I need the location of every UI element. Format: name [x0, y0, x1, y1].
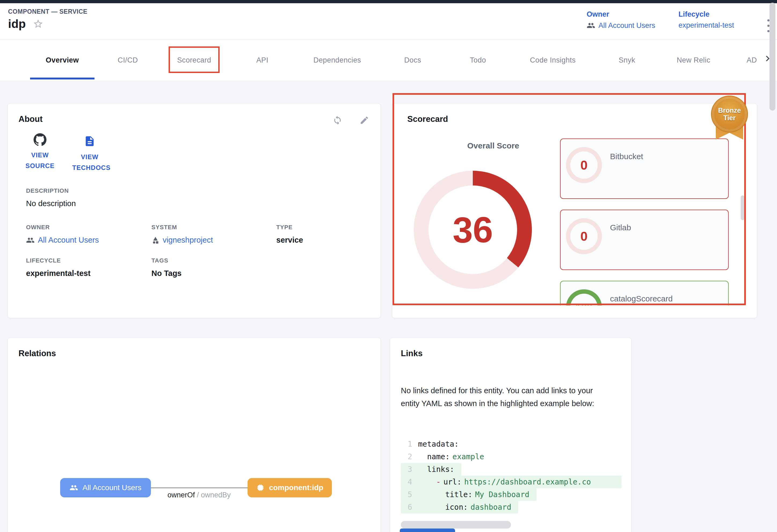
- code-line-6-highlighted: 6 icon:dashboard: [401, 501, 518, 514]
- code-line-4-highlighted: 4 -url:https://dashboard.example.co: [401, 476, 622, 488]
- overall-score-label: Overall Score: [434, 141, 552, 150]
- overall-score-donut: 36: [414, 171, 532, 289]
- relation-edge: [150, 488, 248, 488]
- links-card: Links No links defined for this entity. …: [390, 338, 632, 532]
- scorecard-list-scrollbar[interactable]: [741, 195, 745, 220]
- yaml-code-block: 1 metadata: 2 name:example 3 links: 4 -u…: [401, 438, 622, 514]
- about-title: About: [18, 114, 43, 124]
- type-label: TYPE: [276, 224, 303, 231]
- page-scrollbar[interactable]: [770, 3, 775, 111]
- scorecard-item-name: catalogScorecard: [610, 294, 673, 303]
- code-line-3-highlighted: 3 links:: [401, 463, 461, 476]
- entity-tab-bar: Overview CI/CD Scorecard API Dependencie…: [0, 39, 777, 81]
- score-ring: 0: [566, 147, 602, 183]
- score-ring: 100: [566, 289, 602, 305]
- code-horizontal-scrollbar[interactable]: [401, 521, 511, 529]
- code-line-2: 2 name:example: [401, 450, 622, 463]
- lifecycle-label: Lifecycle: [678, 10, 734, 18]
- relation-node-component[interactable]: component:idp: [247, 478, 332, 497]
- owner-link[interactable]: All Account Users: [587, 21, 655, 30]
- about-lifecycle-value: experimental-test: [26, 269, 91, 278]
- lifecycle-value: experimental-test: [678, 21, 734, 29]
- overall-score-value: 36: [414, 171, 532, 289]
- tags-label: TAGS: [151, 257, 182, 264]
- scorecard-item-gitlab[interactable]: 0 Gitlab: [560, 210, 729, 270]
- scorecard-item-bitbucket[interactable]: 0 Bitbucket: [560, 138, 729, 199]
- favorite-star-icon[interactable]: [33, 18, 43, 29]
- description-label: DESCRIPTION: [26, 187, 76, 194]
- badge-medal-icon: BronzeTier: [712, 97, 747, 132]
- tab-todo[interactable]: Todo: [470, 56, 486, 64]
- relation-edge-label: ownerOf / ownedBy: [150, 491, 248, 499]
- links-title: Links: [401, 349, 423, 358]
- people-icon: [26, 236, 35, 245]
- entity-header: COMPONENT — SERVICE idp Owner All Accoun…: [0, 3, 777, 39]
- tab-dependencies[interactable]: Dependencies: [313, 56, 361, 64]
- about-owner-label: OWNER: [26, 224, 99, 231]
- relations-card: Relations All Account Users ownerOf / ow…: [7, 338, 381, 532]
- tab-overflow-partial[interactable]: AD: [747, 56, 757, 64]
- people-icon: [70, 484, 78, 492]
- tab-scorecard[interactable]: Scorecard: [177, 56, 211, 64]
- page-title: idp: [8, 17, 26, 31]
- type-value: service: [276, 236, 303, 245]
- bronze-tier-badge: BronzeTier: [712, 97, 747, 142]
- relations-title: Relations: [18, 349, 56, 358]
- tab-code-insights[interactable]: Code Insights: [530, 56, 576, 64]
- owner-label: Owner: [587, 10, 655, 18]
- scorecard-title: Scorecard: [407, 114, 448, 124]
- scorecard-item-list: 0 Bitbucket 0 Gitlab 100 catalogScorecar…: [560, 138, 729, 305]
- view-techdocs-link[interactable]: VIEW TECHDOCS: [60, 134, 119, 173]
- tab-cicd[interactable]: CI/CD: [118, 56, 138, 64]
- links-empty-text: No links defined for this entity. You ca…: [401, 384, 613, 410]
- techdocs-doc-icon: [84, 134, 96, 148]
- scorecard-card: Scorecard Overall Score 36 0 Bitbucket 0…: [392, 103, 757, 318]
- github-icon: [33, 133, 46, 146]
- score-ring: 0: [566, 218, 602, 254]
- breadcrumb: COMPONENT — SERVICE: [8, 8, 87, 15]
- code-line-5-highlighted: 5 title:My Dashboard: [401, 488, 536, 501]
- tab-api[interactable]: API: [256, 56, 268, 64]
- tab-snyk[interactable]: Snyk: [619, 56, 635, 64]
- people-icon: [587, 21, 595, 30]
- scorecard-item-name: Bitbucket: [610, 152, 643, 161]
- edit-icon[interactable]: [359, 115, 369, 125]
- relations-graph: All Account Users ownerOf / ownedBy comp…: [8, 472, 381, 520]
- about-owner-link[interactable]: All Account Users: [26, 236, 99, 245]
- links-cut-off-button[interactable]: [400, 529, 455, 532]
- tags-value: No Tags: [151, 269, 182, 278]
- relation-node-owner[interactable]: All Account Users: [60, 478, 151, 497]
- about-card: About VIEW SOURCE VIEW TECHDOCS DESCRIPT…: [7, 103, 381, 318]
- system-label: SYSTEM: [151, 224, 213, 231]
- view-techdocs-label: VIEW TECHDOCS: [72, 152, 107, 173]
- refresh-icon[interactable]: [333, 115, 342, 125]
- description-value: No description: [26, 199, 76, 208]
- system-icon: [151, 236, 159, 244]
- tab-docs[interactable]: Docs: [404, 56, 421, 64]
- chip-icon: [256, 484, 265, 492]
- tab-new-relic[interactable]: New Relic: [677, 56, 710, 64]
- about-lifecycle-label: LIFECYCLE: [26, 257, 91, 264]
- tab-overview[interactable]: Overview: [46, 56, 79, 64]
- scorecard-item-catalogscorecard[interactable]: 100 catalogScorecard: [560, 281, 729, 305]
- view-source-label: VIEW SOURCE: [22, 150, 58, 171]
- browser-top-bar: [0, 0, 777, 3]
- code-line-1: 1 metadata:: [401, 438, 622, 450]
- system-link[interactable]: vigneshproject: [151, 236, 213, 245]
- scorecard-item-name: Gitlab: [610, 223, 631, 232]
- app-screen: COMPONENT — SERVICE idp Owner All Accoun…: [0, 0, 777, 532]
- active-tab-indicator: [30, 78, 95, 80]
